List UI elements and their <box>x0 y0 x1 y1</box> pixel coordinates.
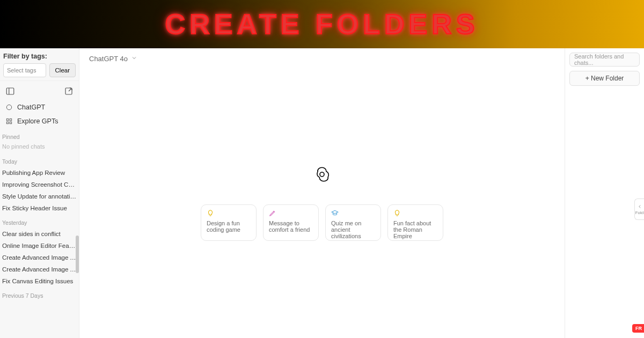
promo-banner-title: CREATE FOLDERS <box>165 8 479 40</box>
chat-item[interactable]: Fix Canvas Editing Issues <box>0 275 79 287</box>
folder-search-placeholder: Search folders and chats... <box>574 53 635 66</box>
main-area: ChatGPT 4o Design a fun coding game <box>79 48 565 338</box>
chatgpt-logo-icon <box>5 104 13 111</box>
sidebar-nav-explore-label: Explore GPTs <box>17 117 58 125</box>
suggestion-card-text: Quiz me on ancient civilizations <box>331 220 375 239</box>
sidebar-icon-row <box>0 81 79 100</box>
lightbulb-icon <box>393 209 401 217</box>
lightbulb-icon <box>207 209 214 217</box>
promo-banner: CREATE FOLDERS <box>0 0 644 48</box>
svg-point-3 <box>6 105 11 109</box>
section-head-yesterday: Yesterday <box>0 214 79 228</box>
suggestion-card-text: Design a fun coding game <box>207 220 251 233</box>
model-selector-row: ChatGPT 4o <box>79 48 565 69</box>
new-chat-icon[interactable] <box>64 86 74 96</box>
openai-logo-icon <box>313 166 331 183</box>
sidebar-chat-list: Pinned No pinned chats Today Publishing … <box>0 128 79 338</box>
suggestion-card[interactable]: Design a fun coding game <box>201 204 257 241</box>
suggestion-card[interactable]: Fun fact about the Roman Empire <box>387 204 443 241</box>
suggestion-card[interactable]: Quiz me on ancient civilizations <box>325 204 381 241</box>
svg-point-8 <box>320 172 324 177</box>
chat-item[interactable]: Create Advanced Image Annotator <box>0 263 79 275</box>
svg-rect-4 <box>6 119 9 121</box>
app-shell: Filter by tags: Select tags Clear ChatGP… <box>0 48 644 338</box>
chevron-down-icon <box>131 55 137 63</box>
chat-item[interactable]: Clear sides in conflict <box>0 228 79 240</box>
tag-filter-label: Filter by tags: <box>3 53 76 60</box>
clear-tags-button[interactable]: Clear <box>49 63 76 77</box>
right-panel: Search folders and chats... + New Folder… <box>565 48 644 338</box>
model-selector[interactable]: ChatGPT 4o <box>89 55 137 63</box>
collapse-sidebar-icon[interactable] <box>5 86 15 96</box>
sidebar-scrollbar[interactable] <box>76 236 79 273</box>
chevron-left-icon <box>637 204 642 209</box>
tag-filter-block: Filter by tags: Select tags Clear <box>0 48 79 81</box>
suggestion-cards: Design a fun coding game Message to comf… <box>201 204 443 241</box>
chat-item[interactable]: Style Update for annotation.html <box>0 190 79 202</box>
suggestion-card[interactable]: Message to comfort a friend <box>263 204 319 241</box>
pinned-empty-text: No pinned chats <box>0 142 79 153</box>
suggestion-card-text: Message to comfort a friend <box>269 220 313 233</box>
tag-filter-row: Select tags Clear <box>3 63 76 77</box>
graduation-cap-icon <box>331 209 339 217</box>
chat-item[interactable]: Fix Sticky Header Issue <box>0 202 79 214</box>
chat-item[interactable]: Publishing App Review <box>0 167 79 179</box>
svg-rect-0 <box>6 88 14 94</box>
sidebar-nav-chatgpt[interactable]: ChatGPT <box>0 100 79 114</box>
folder-search-input[interactable]: Search folders and chats... <box>569 53 640 67</box>
left-sidebar: Filter by tags: Select tags Clear ChatGP… <box>0 48 79 338</box>
center-stage: Design a fun coding game Message to comf… <box>79 69 565 338</box>
svg-rect-7 <box>10 122 12 124</box>
section-head-today: Today <box>0 153 79 167</box>
new-folder-button[interactable]: + New Folder <box>569 71 640 86</box>
section-head-prev7: Previous 7 Days <box>0 287 79 301</box>
pencil-icon <box>269 209 276 217</box>
tag-select-input[interactable]: Select tags <box>3 63 46 77</box>
svg-rect-6 <box>6 122 9 124</box>
right-panel-toggle-label: Fold <box>635 210 644 215</box>
suggestion-card-text: Fun fact about the Roman Empire <box>393 220 437 239</box>
model-selector-label: ChatGPT 4o <box>89 55 128 63</box>
chat-item[interactable]: Online Image Editor Features <box>0 240 79 252</box>
chat-item[interactable]: Improving Screenshot Capture Issues <box>0 179 79 190</box>
explore-grid-icon <box>5 117 13 125</box>
right-panel-toggle[interactable]: Fold <box>634 199 644 220</box>
sidebar-nav-explore[interactable]: Explore GPTs <box>0 114 79 128</box>
svg-rect-5 <box>10 119 12 121</box>
corner-badge[interactable]: FR <box>632 324 644 333</box>
sidebar-nav-chatgpt-label: ChatGPT <box>17 104 45 111</box>
tag-select-placeholder: Select tags <box>7 67 36 74</box>
section-head-pinned: Pinned <box>0 128 79 142</box>
chat-item[interactable]: Create Advanced Image Annotator <box>0 252 79 263</box>
